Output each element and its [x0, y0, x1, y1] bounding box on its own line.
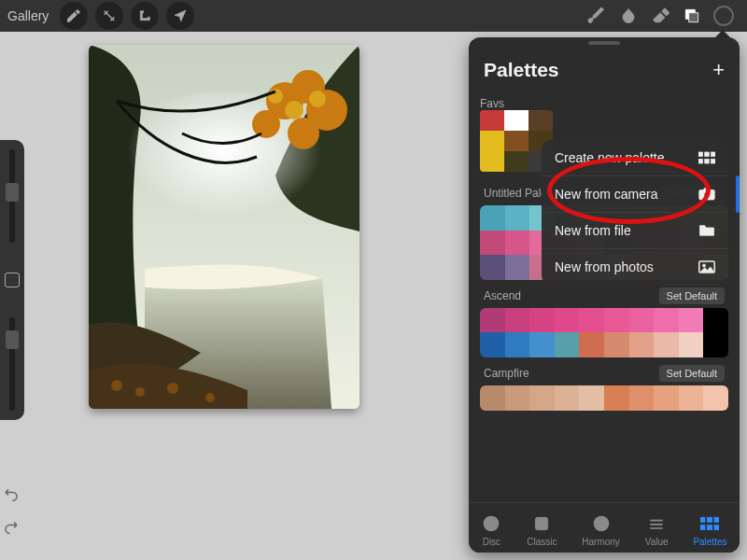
color-button[interactable]	[708, 0, 740, 32]
palette-name-ascend[interactable]: Ascend	[484, 289, 521, 302]
menu-new-from-camera[interactable]: New from camera	[542, 176, 728, 213]
swatch[interactable]	[480, 231, 505, 256]
swatch[interactable]	[654, 332, 679, 357]
swatch[interactable]	[604, 385, 629, 411]
swatch[interactable]	[703, 308, 728, 333]
swatch[interactable]	[629, 385, 655, 411]
color-picker-tabs: Disc Classic Harmony Value Palettes	[469, 502, 740, 553]
swatch[interactable]	[480, 308, 505, 333]
menu-new-from-photos[interactable]: New from photos	[542, 249, 728, 285]
svg-rect-32	[708, 525, 712, 529]
svg-rect-28	[700, 517, 705, 522]
svg-point-11	[135, 387, 145, 397]
palette-name-campfire[interactable]: Campfire	[484, 367, 529, 380]
tab-classic[interactable]: Classic	[527, 513, 557, 547]
swatch[interactable]	[703, 385, 728, 411]
photo-icon	[698, 260, 715, 273]
menu-new-from-file[interactable]: New from file	[542, 213, 728, 249]
smudge-button[interactable]	[613, 0, 644, 32]
svg-point-5	[252, 110, 280, 138]
swatch[interactable]	[579, 385, 604, 411]
brush-size-slider[interactable]	[9, 149, 15, 243]
redo-button[interactable]	[3, 518, 20, 538]
set-default-button[interactable]: Set Default	[659, 287, 725, 304]
swatch[interactable]	[555, 332, 580, 357]
swatch[interactable]	[504, 151, 529, 172]
svg-point-8	[309, 91, 326, 107]
swatch[interactable]	[703, 332, 728, 357]
layers-button[interactable]	[676, 0, 708, 32]
actions-button[interactable]	[60, 2, 88, 30]
swatch[interactable]	[505, 205, 530, 231]
swatch[interactable]	[505, 308, 530, 333]
svg-point-24	[703, 264, 706, 267]
set-default-button[interactable]: Set Default	[659, 365, 725, 382]
tab-disc[interactable]: Disc	[481, 513, 501, 547]
topbar: Gallery	[0, 0, 747, 32]
palette-ascend[interactable]	[480, 308, 728, 357]
svg-point-7	[285, 101, 303, 119]
svg-rect-26	[536, 517, 548, 529]
swatch[interactable]	[654, 308, 679, 333]
tab-harmony[interactable]: Harmony	[582, 513, 620, 547]
palette-campfire[interactable]	[480, 385, 728, 411]
add-palette-button[interactable]: +	[712, 58, 725, 82]
selection-button[interactable]	[131, 2, 159, 30]
palettes-panel: Palettes + Favs Untitled Palette Set Def…	[469, 37, 740, 553]
swatch[interactable]	[504, 110, 529, 131]
swatch[interactable]	[604, 332, 629, 357]
undo-button[interactable]	[3, 485, 20, 505]
swatch[interactable]	[480, 131, 504, 151]
svg-rect-14	[698, 152, 703, 157]
svg-rect-29	[708, 517, 712, 522]
swatch[interactable]	[579, 332, 604, 357]
swatch[interactable]	[529, 308, 555, 333]
folder-icon	[698, 224, 715, 237]
swatch[interactable]	[629, 308, 655, 333]
tab-value[interactable]: Value	[645, 513, 669, 547]
svg-rect-17	[698, 160, 703, 164]
canvas[interactable]	[89, 45, 359, 409]
swatch[interactable]	[529, 110, 553, 131]
swatch[interactable]	[505, 332, 530, 357]
palette-name-favs[interactable]: Favs	[480, 97, 517, 110]
swatch[interactable]	[529, 385, 555, 411]
swatch[interactable]	[480, 151, 504, 172]
swatch[interactable]	[654, 385, 679, 411]
swatch[interactable]	[480, 110, 504, 131]
transform-button[interactable]	[166, 2, 194, 30]
swatch[interactable]	[679, 332, 704, 357]
swatch[interactable]	[505, 385, 530, 411]
swatch[interactable]	[480, 385, 505, 411]
swatch[interactable]	[505, 231, 530, 256]
swatch[interactable]	[579, 308, 604, 333]
tab-palettes[interactable]: Palettes	[693, 513, 726, 547]
svg-rect-33	[714, 525, 719, 529]
eraser-button[interactable]	[644, 0, 676, 32]
swatch[interactable]	[604, 308, 629, 333]
swatch[interactable]	[555, 308, 580, 333]
swatch[interactable]	[480, 255, 505, 280]
brush-opacity-slider[interactable]	[9, 317, 15, 411]
svg-point-25	[485, 516, 499, 530]
menu-create-new-palette[interactable]: Create new palette	[542, 140, 728, 176]
swatch[interactable]	[480, 205, 505, 231]
swatch[interactable]	[504, 131, 529, 151]
brush-button[interactable]	[581, 0, 613, 32]
selected-indicator	[736, 175, 740, 213]
modify-button[interactable]	[5, 273, 20, 287]
swatch[interactable]	[679, 385, 704, 411]
svg-point-6	[288, 118, 319, 149]
swatch[interactable]	[679, 308, 704, 333]
svg-rect-31	[700, 525, 705, 529]
svg-rect-19	[712, 160, 716, 164]
svg-point-13	[205, 393, 215, 402]
swatch[interactable]	[529, 332, 555, 357]
svg-point-12	[167, 383, 178, 394]
swatch[interactable]	[629, 332, 655, 357]
swatch[interactable]	[505, 255, 530, 280]
gallery-button[interactable]: Gallery	[7, 8, 49, 23]
swatch[interactable]	[555, 385, 580, 411]
swatch[interactable]	[480, 332, 505, 357]
adjustments-button[interactable]	[95, 2, 123, 30]
